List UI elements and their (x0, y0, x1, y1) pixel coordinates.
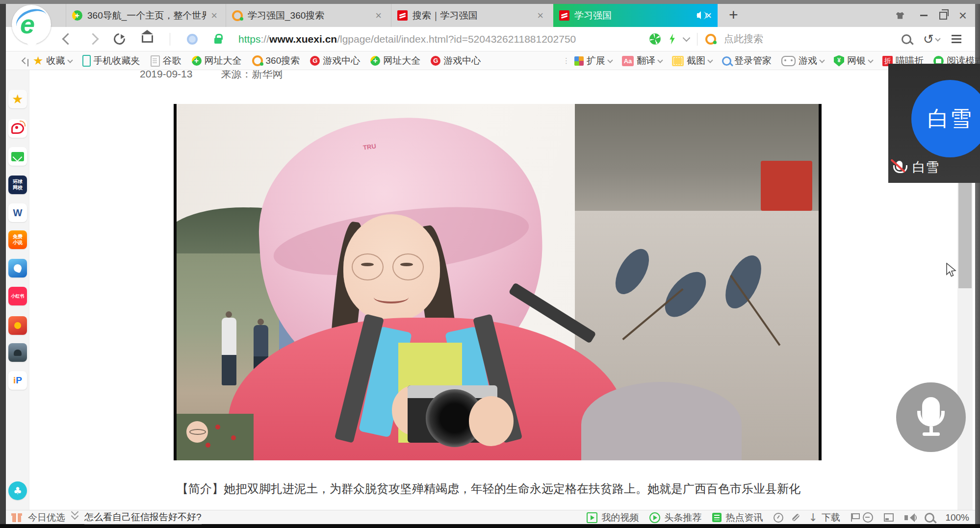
tab-close-icon[interactable]: × (211, 10, 217, 21)
bookmark-sites[interactable]: +网址大全 (192, 54, 242, 67)
free-novel-icon[interactable]: 免费小说 (8, 230, 27, 249)
news-icon (712, 513, 722, 522)
find-icon[interactable] (902, 34, 911, 44)
tab-audio-icon[interactable] (697, 13, 700, 18)
flag-icon[interactable] (851, 513, 852, 522)
speedtest-icon[interactable] (774, 513, 783, 523)
photo-glasses (352, 253, 383, 280)
tool-extensions[interactable]: 扩展 (574, 54, 612, 67)
weibo-icon[interactable] (8, 119, 27, 138)
layout-icon[interactable] (884, 513, 894, 522)
undo-icon[interactable]: ↺ (923, 33, 934, 46)
article-date: 2019-09-13 (140, 70, 192, 79)
today-picks-label[interactable]: 今日优选 (28, 511, 65, 524)
window-frame-top (0, 0, 980, 4)
bookmark-google[interactable]: 谷歌 (151, 54, 181, 67)
mic-fab-button[interactable] (896, 382, 966, 452)
speedup-icon[interactable] (669, 34, 676, 45)
battle-game-icon[interactable] (8, 343, 27, 362)
drag-dots-icon: ⋮ (563, 56, 570, 65)
bookmark-label: 收藏 (47, 54, 65, 67)
side-dock: ★ 环球网校 W 免费小说 小红书 iP ♣ (6, 70, 29, 510)
new-tab-button[interactable]: + (729, 6, 738, 24)
minimize-button[interactable] (915, 4, 932, 27)
tab-xuexi-search[interactable]: 搜索｜学习强国 × (391, 4, 549, 27)
zoom-level[interactable]: 100% (945, 512, 969, 523)
gift-icon[interactable] (12, 516, 21, 522)
close-button[interactable]: × (954, 4, 971, 27)
photo-smile (374, 291, 409, 304)
hot-topic-link[interactable]: 怎么看自己征信报告好不好? (84, 511, 202, 525)
mail-icon[interactable] (8, 147, 27, 166)
label: 热点资讯 (725, 511, 763, 524)
chevron-down-icon (819, 57, 825, 63)
tool-label: 截图 (687, 54, 705, 67)
label: 小说 (13, 240, 23, 245)
collapse-bookmarks-icon[interactable] (22, 57, 28, 64)
headlines-button[interactable]: 头条推荐 (649, 511, 701, 524)
tab-close-icon[interactable]: × (375, 10, 382, 21)
adblock-icon[interactable] (649, 33, 661, 45)
hot-news-button[interactable]: 热点资讯 (712, 511, 763, 524)
url-text[interactable]: https://www.xuexi.cn/lgpage/detail/index… (238, 33, 576, 45)
browser-logo[interactable]: e (12, 5, 51, 44)
360-search-logo-icon[interactable] (705, 34, 716, 45)
tool-translate[interactable]: Aa翻译 (622, 54, 662, 67)
game-app-icon[interactable] (8, 259, 27, 277)
xiaohongshu-icon[interactable]: 小红书 (8, 287, 27, 305)
chevron-down-icon (67, 57, 73, 63)
bookmark-game-center[interactable]: G游戏中心 (310, 54, 360, 67)
tab-360-search[interactable]: 学习强国_360搜索 × (226, 4, 387, 27)
word-doc-icon[interactable]: W (8, 203, 27, 222)
bookmark-fav[interactable]: ★收藏 (33, 54, 72, 67)
favorites-star-icon[interactable]: ★ (8, 90, 27, 108)
mic-icon-stem (929, 427, 933, 432)
bookmark-phone-fav[interactable]: 手机收藏夹 (82, 54, 140, 67)
photo-person (222, 318, 236, 385)
xuexi-logo-icon (397, 10, 408, 21)
chevron-down-icon[interactable] (683, 34, 691, 42)
search-input[interactable]: 点此搜索 (724, 32, 763, 46)
back-icon[interactable] (62, 33, 74, 45)
pp-video-icon[interactable]: iP (8, 371, 27, 390)
theme-button[interactable] (892, 4, 908, 27)
huanqiu-school-icon[interactable]: 环球网校 (8, 176, 27, 194)
article-source: 来源：新华网 (221, 70, 283, 79)
page-icon (151, 55, 160, 67)
phone-icon (82, 55, 91, 67)
tab-360-nav[interactable]: + 360导航_一个主页，整个世界 × (66, 4, 223, 27)
boost-icon[interactable] (792, 513, 800, 522)
label: 免费 (13, 234, 23, 239)
restore-button[interactable] (935, 4, 952, 27)
magnifier-icon (722, 56, 731, 66)
page-info-icon[interactable] (187, 34, 198, 45)
zoom-search-icon[interactable] (925, 513, 934, 523)
speaker-icon[interactable] (904, 515, 908, 520)
restore-icon (939, 12, 947, 20)
double-chevron-icon[interactable] (71, 512, 79, 520)
fortune-game-icon[interactable] (8, 316, 27, 335)
assistant-icon[interactable]: ♣ (8, 481, 27, 500)
tool-login-manager[interactable]: 登录管家 (722, 54, 772, 67)
compat-mode-icon[interactable] (863, 512, 873, 523)
call-participant-panel[interactable]: 白雪 白雪 (888, 64, 980, 183)
refresh-icon[interactable] (111, 31, 127, 47)
360-search-icon (252, 55, 263, 66)
screenshot-icon (672, 56, 684, 66)
chevron-down-icon[interactable] (935, 36, 940, 41)
tool-screenshot[interactable]: 截图 (672, 54, 712, 67)
home-icon[interactable] (142, 35, 153, 43)
download-arrow-icon: ↓ (808, 512, 817, 523)
tool-games[interactable]: 游戏 (781, 54, 824, 67)
bookmark-360-search[interactable]: 360搜索 (252, 54, 300, 67)
bookmark-sites-2[interactable]: +网址大全 (370, 54, 420, 67)
menu-icon[interactable] (952, 35, 961, 36)
tab-xuexi-active[interactable]: 学习强国 × (553, 4, 718, 27)
tool-bank[interactable]: ¥网银 (834, 54, 873, 67)
tab-close-icon[interactable]: × (537, 10, 543, 21)
download-button[interactable]: ↓下载 (808, 511, 840, 524)
my-videos-button[interactable]: 我的视频 (587, 511, 639, 524)
forward-icon[interactable] (87, 33, 99, 45)
bookmark-game-center-2[interactable]: G游戏中心 (431, 54, 481, 67)
chevron-down-icon (607, 57, 613, 63)
